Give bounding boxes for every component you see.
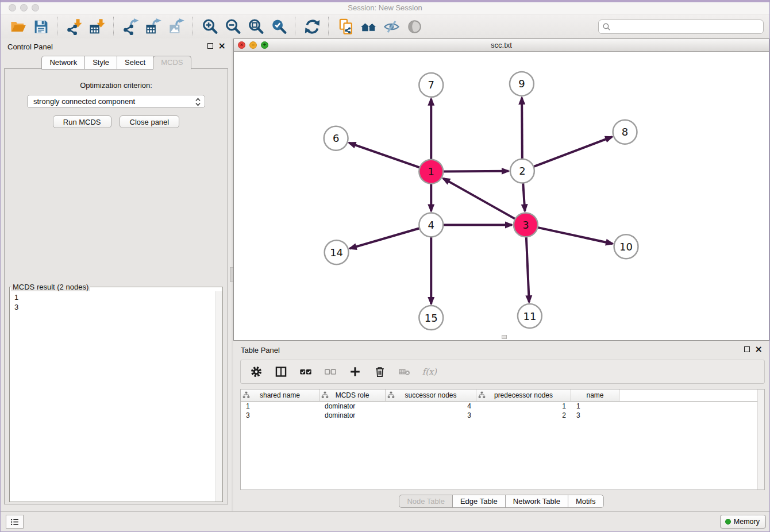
table-cell-name[interactable]: 1 <box>571 402 619 411</box>
table-scrollbar[interactable] <box>757 390 764 489</box>
control-panel-title: Control Panel <box>7 43 53 51</box>
refresh-view-button[interactable] <box>302 17 322 36</box>
close-icon[interactable]: × <box>218 43 226 49</box>
column-header-successor-nodes[interactable]: successor nodes <box>386 390 476 401</box>
split-view-button[interactable] <box>274 364 288 379</box>
graph-edge-2-3[interactable] <box>523 183 525 211</box>
table-cell-predecessor-nodes[interactable]: 2 <box>476 411 571 420</box>
clone-network-button[interactable] <box>336 17 355 36</box>
tab-edge-table[interactable]: Edge Table <box>452 495 506 508</box>
graph-node-15[interactable]: 15 <box>419 306 443 330</box>
tab-motifs[interactable]: Motifs <box>568 495 604 508</box>
select-all-button[interactable] <box>298 364 313 379</box>
tab-node-table[interactable]: Node Table <box>399 495 453 508</box>
tab-select[interactable]: Select <box>117 56 153 70</box>
search-input[interactable] <box>598 20 764 34</box>
graph-node-10[interactable]: 10 <box>614 234 638 259</box>
column-label: predecessor nodes <box>494 391 553 399</box>
criterion-select[interactable]: strongly connected component <box>27 95 205 108</box>
export-table-button[interactable] <box>144 17 163 36</box>
table-row[interactable]: 1dominator411 <box>241 402 764 411</box>
table-row[interactable]: 3dominator323 <box>241 411 764 420</box>
float-icon[interactable] <box>207 43 213 49</box>
table-body: 1dominator4113dominator323 <box>241 402 764 420</box>
delete-column-button[interactable] <box>397 364 412 379</box>
graph-edge-2-8[interactable] <box>533 137 612 167</box>
table-cell-MCDS-role[interactable]: dominator <box>319 402 386 411</box>
first-neighbors-button[interactable] <box>359 17 378 36</box>
toolbar-separator <box>192 17 194 36</box>
graph-edge-3-10[interactable] <box>537 228 613 244</box>
tab-network-table[interactable]: Network Table <box>505 495 568 508</box>
column-header-MCDS-role[interactable]: MCDS role <box>319 390 386 401</box>
table-cell-name[interactable]: 3 <box>571 411 619 420</box>
zoom-out-button[interactable] <box>223 17 242 36</box>
hide-selected-button[interactable] <box>382 17 401 36</box>
float-icon[interactable] <box>744 346 750 352</box>
save-session-button[interactable] <box>31 17 51 36</box>
panel-list-button[interactable] <box>6 515 24 529</box>
show-hidden-button[interactable] <box>405 17 424 36</box>
window-zoom-button[interactable] <box>32 4 39 11</box>
tab-mcds[interactable]: MCDS <box>153 56 191 70</box>
network-window-titlebar[interactable]: × − + scc.txt <box>234 39 769 52</box>
graph-node-9[interactable]: 9 <box>510 72 534 96</box>
memory-button[interactable]: Memory <box>720 515 766 529</box>
graph-node-11[interactable]: 11 <box>518 304 542 328</box>
mcds-result-box[interactable]: MCDS result (2 nodes) 13 <box>9 283 223 502</box>
graph-edge-1-2[interactable] <box>443 171 509 172</box>
graph-edge-3-1[interactable] <box>443 178 515 219</box>
graph-edge-1-6[interactable] <box>349 143 419 168</box>
table-cell-predecessor-nodes[interactable]: 1 <box>476 402 571 411</box>
export-network-button[interactable] <box>121 17 140 36</box>
table-cell-MCDS-role[interactable]: dominator <box>319 411 386 420</box>
zoom-selected-button[interactable] <box>269 17 288 36</box>
export-image-button[interactable] <box>167 17 186 36</box>
close-window-icon[interactable]: × <box>238 41 245 49</box>
graph-node-2[interactable]: 2 <box>510 159 534 183</box>
minimize-window-icon[interactable]: − <box>249 41 257 49</box>
import-network-button[interactable] <box>64 17 84 36</box>
delete-button[interactable] <box>372 364 387 379</box>
close-panel-button[interactable]: Close panel <box>120 115 180 128</box>
graph-node-7[interactable]: 7 <box>419 73 443 97</box>
window-titlebar[interactable]: Session: New Session <box>1 2 769 14</box>
zoom-fit-button[interactable] <box>246 17 265 36</box>
maximize-window-icon[interactable]: + <box>261 41 268 49</box>
window-close-button[interactable] <box>9 4 16 11</box>
table-cell-successor-nodes[interactable]: 3 <box>386 411 476 420</box>
tab-network[interactable]: Network <box>41 56 85 70</box>
network-canvas[interactable]: 7968124314101511 <box>234 52 769 340</box>
run-mcds-button[interactable]: Run MCDS <box>53 115 111 128</box>
graph-node-3[interactable]: 3 <box>514 213 538 237</box>
column-header-name[interactable]: name <box>571 390 619 401</box>
add-button[interactable] <box>348 364 363 379</box>
graph-edge-3-11[interactable] <box>526 237 529 302</box>
graph-node-1[interactable]: 1 <box>419 160 443 184</box>
window-minimize-button[interactable] <box>20 4 28 11</box>
graph-edge-4-14[interactable] <box>350 228 420 248</box>
zoom-in-button[interactable] <box>200 17 220 36</box>
column-header-predecessor-nodes[interactable]: predecessor nodes <box>476 390 571 401</box>
table-cell-successor-nodes[interactable]: 4 <box>386 402 476 411</box>
import-table-button[interactable] <box>87 17 107 36</box>
graph-edge-2-9[interactable] <box>522 98 522 159</box>
graph-node-6[interactable]: 6 <box>324 126 348 151</box>
network-graph[interactable]: 7968124314101511 <box>234 52 769 340</box>
column-header-shared-name[interactable]: shared name <box>241 390 319 401</box>
tab-style[interactable]: Style <box>84 56 117 70</box>
function-button[interactable]: f(x) <box>422 364 437 379</box>
column-label: successor nodes <box>405 391 456 399</box>
close-icon[interactable]: × <box>755 346 763 352</box>
table-cell-shared-name[interactable]: 1 <box>241 402 319 411</box>
control-panel-controls: × <box>207 43 226 49</box>
graph-node-14[interactable]: 14 <box>325 240 349 264</box>
graph-node-4[interactable]: 4 <box>419 213 443 237</box>
graph-node-8[interactable]: 8 <box>613 120 637 144</box>
open-session-button[interactable] <box>8 17 28 36</box>
deselect-all-button[interactable] <box>323 364 338 379</box>
split-collapse-grip[interactable] <box>502 335 507 339</box>
result-scrollbar[interactable] <box>215 291 222 502</box>
table-cell-shared-name[interactable]: 3 <box>241 411 319 420</box>
settings-button[interactable] <box>249 364 264 379</box>
